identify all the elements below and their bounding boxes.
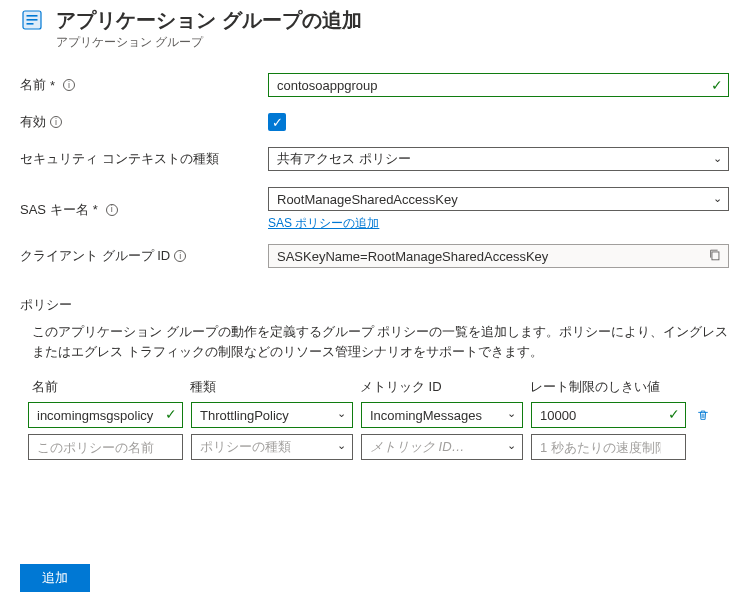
chevron-down-icon: ⌄	[337, 439, 346, 452]
app-group-icon	[20, 8, 44, 32]
policy-table: 名前 種類 メトリック ID レート制限のしきい値 ✓ ThrottlingPo…	[20, 378, 729, 460]
enabled-checkbox[interactable]: ✓	[268, 113, 286, 131]
svg-rect-2	[27, 19, 38, 21]
client-group-value: SASKeyName=RootManageSharedAccessKey	[277, 249, 548, 264]
label-sas-key: SAS キー名	[20, 201, 89, 219]
policy-type-value: ThrottlingPolicy	[200, 408, 289, 423]
label-name: 名前	[20, 76, 46, 94]
sas-key-value: RootManageSharedAccessKey	[277, 192, 458, 207]
svg-rect-1	[27, 15, 38, 17]
col-name: 名前	[20, 378, 190, 396]
sas-add-link[interactable]: SAS ポリシーの追加	[268, 215, 379, 232]
check-icon: ✓	[668, 405, 680, 423]
policy-metric-select[interactable]: IncomingMessages ⌄	[361, 402, 523, 428]
svg-rect-3	[27, 23, 34, 25]
table-row: ✓ ThrottlingPolicy ⌄ IncomingMessages ⌄ …	[20, 402, 729, 428]
delete-row-button[interactable]	[694, 406, 712, 424]
policy-name-input[interactable]	[28, 402, 183, 428]
chevron-down-icon: ⌄	[713, 152, 722, 165]
sas-key-select[interactable]: RootManageSharedAccessKey ⌄	[268, 187, 729, 211]
placeholder-text: ポリシーの種類	[200, 438, 291, 456]
chevron-down-icon: ⌄	[507, 407, 516, 420]
info-icon[interactable]: i	[63, 79, 75, 91]
policy-metric-value: IncomingMessages	[370, 408, 482, 423]
sec-ctx-value: 共有アクセス ポリシー	[277, 150, 411, 168]
name-input[interactable]	[268, 73, 729, 97]
info-icon[interactable]: i	[106, 204, 118, 216]
col-type: 種類	[190, 378, 360, 396]
chevron-down-icon: ⌄	[713, 192, 722, 205]
copy-icon[interactable]	[708, 248, 722, 265]
policy-rate-input[interactable]	[531, 434, 686, 460]
info-icon[interactable]: i	[174, 250, 186, 262]
page-subtitle: アプリケーション グループ	[56, 34, 362, 51]
policy-desc: このアプリケーション グループの動作を定義するグループ ポリシーの一覧を追加しま…	[20, 322, 729, 362]
policy-title: ポリシー	[20, 296, 729, 314]
info-icon[interactable]: i	[50, 116, 62, 128]
label-sec-ctx: セキュリティ コンテキストの種類	[20, 150, 219, 168]
table-row: ポリシーの種類 ⌄ メトリック ID… ⌄	[20, 434, 729, 460]
label-client-group: クライアント グループ ID	[20, 247, 170, 265]
policy-rate-input[interactable]	[531, 402, 686, 428]
add-button[interactable]: 追加	[20, 564, 90, 592]
chevron-down-icon: ⌄	[337, 407, 346, 420]
label-enabled: 有効	[20, 113, 46, 131]
policy-name-input[interactable]	[28, 434, 183, 460]
check-icon: ✓	[165, 405, 177, 423]
svg-rect-4	[712, 252, 719, 260]
col-metric: メトリック ID	[360, 378, 530, 396]
required-mark: *	[50, 78, 55, 93]
client-group-field: SASKeyName=RootManageSharedAccessKey	[268, 244, 729, 268]
chevron-down-icon: ⌄	[507, 439, 516, 452]
policy-type-select[interactable]: ポリシーの種類 ⌄	[191, 434, 353, 460]
required-mark: *	[93, 202, 98, 217]
policy-type-select[interactable]: ThrottlingPolicy ⌄	[191, 402, 353, 428]
check-icon: ✓	[711, 76, 723, 94]
col-rate: レート制限のしきい値	[530, 378, 690, 396]
placeholder-text: メトリック ID…	[370, 438, 465, 456]
sec-ctx-select[interactable]: 共有アクセス ポリシー ⌄	[268, 147, 729, 171]
policy-metric-select[interactable]: メトリック ID… ⌄	[361, 434, 523, 460]
page-title: アプリケーション グループの追加	[56, 8, 362, 32]
